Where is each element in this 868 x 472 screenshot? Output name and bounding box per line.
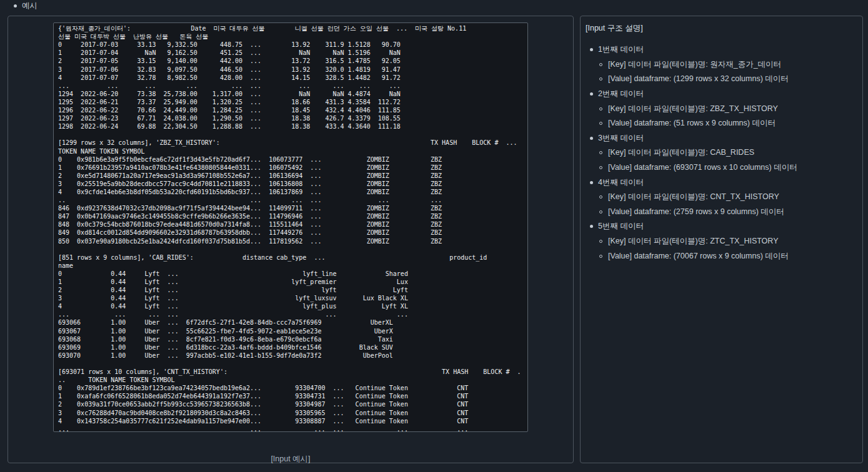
circle-bullet-icon <box>599 210 602 214</box>
circle-bullet-icon <box>599 240 602 243</box>
bullet-icon <box>590 92 593 96</box>
circle-bullet-icon <box>599 107 602 111</box>
circle-bullet-icon <box>599 77 602 81</box>
structure-title: [Input 구조 설명] <box>586 23 862 34</box>
bullet-icon <box>590 137 593 140</box>
input-structure-panel: [Input 구조 설명] 1번째 데이터 [Key] 데이터 파일(테이블)명… <box>580 16 863 463</box>
structure-item-4-value: [Value] dataframe: (2759 rows x 9 column… <box>581 205 862 220</box>
structure-item-5-label: 5번째 데이터 <box>581 219 862 234</box>
bullet-icon <box>14 4 17 7</box>
circle-bullet-icon <box>599 151 602 154</box>
structure-item-1-value: [Value] dataframe: (1299 rows x 32 colum… <box>581 72 862 87</box>
structure-item-2-value: [Value] dataframe: (51 rows x 9 columns)… <box>581 116 862 131</box>
top-list-item-label: 예시 <box>22 1 37 11</box>
terminal-output[interactable]: 선물 미국 대두박 선물 난방유 선물 돈육 선물 {'원자재_종가_데이터':… <box>53 22 528 432</box>
circle-bullet-icon <box>599 255 602 258</box>
circle-bullet-icon <box>599 63 602 66</box>
structure-item-3-key: [Key] 데이터 파일(테이블)명: CAB_RIDES <box>581 145 862 160</box>
input-example-panel: 선물 미국 대두박 선물 난방유 선물 돈육 선물 {'원자재_종가_데이터':… <box>7 16 574 463</box>
structure-item-1-label: 1번째 데이터 <box>581 42 862 57</box>
bullet-icon <box>590 48 593 51</box>
structure-item-5-key: [Key] 데이터 파일(테이블)명: ZTC_TX_HISTORY <box>581 234 862 249</box>
structure-item-5-value: [Value] dataframe: (70067 rows x 9 colum… <box>581 248 862 263</box>
circle-bullet-icon <box>599 122 602 125</box>
bullet-icon <box>590 181 593 184</box>
top-list-item-example: 예시 <box>14 1 37 11</box>
structure-item-2-key: [Key] 데이터 파일(테이블)명: ZBZ_TX_HISTORY <box>581 101 862 116</box>
structure-item-4-label: 4번째 데이터 <box>581 175 862 190</box>
structure-item-3-label: 3번째 데이터 <box>581 131 862 146</box>
bullet-icon <box>590 225 593 228</box>
structure-item-2-label: 2번째 데이터 <box>581 87 862 102</box>
terminal-text: 선물 미국 대두박 선물 난방유 선물 돈육 선물 {'원자재_종가_데이터':… <box>58 22 527 432</box>
circle-bullet-icon <box>599 166 602 169</box>
structure-item-3-value: [Value] dataframe: (693071 rows x 10 col… <box>581 160 862 175</box>
circle-bullet-icon <box>599 195 602 199</box>
input-example-caption: [Input 예시] <box>53 454 528 465</box>
structure-item-4-key: [Key] 데이터 파일(테이블)명: CNT_TX_HISTORY <box>581 190 862 205</box>
structure-item-1-key: [Key] 데이터 파일(테이블)명: 원자재_종가_데이터 <box>581 57 862 72</box>
